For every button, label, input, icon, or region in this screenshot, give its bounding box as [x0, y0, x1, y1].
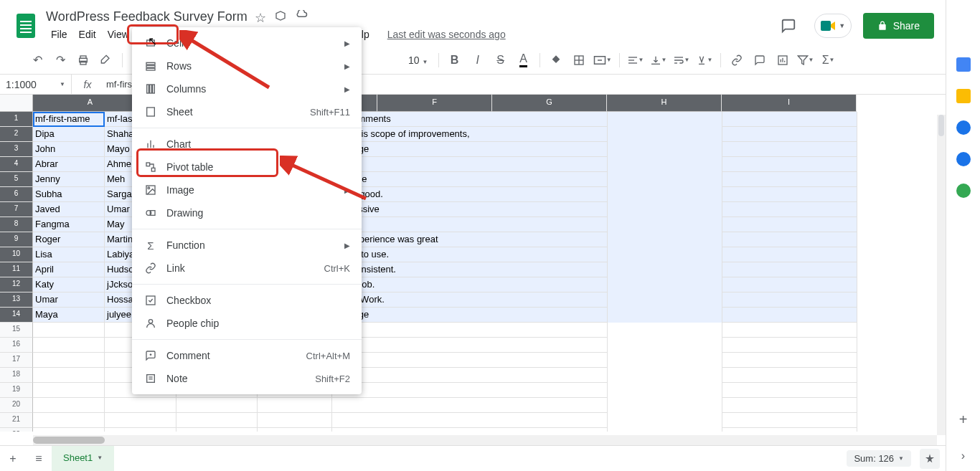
- cell[interactable]: [722, 338, 857, 353]
- row-header[interactable]: 12: [0, 277, 33, 292]
- cell[interactable]: [33, 353, 105, 368]
- cell[interactable]: [332, 398, 608, 413]
- row-header[interactable]: 7: [0, 202, 33, 217]
- share-button[interactable]: Share: [863, 13, 934, 39]
- cell[interactable]: Lisa: [33, 247, 105, 262]
- keep-icon[interactable]: [956, 89, 971, 103]
- cell[interactable]: [722, 353, 857, 368]
- col-header[interactable]: A: [33, 95, 148, 112]
- add-addon-icon[interactable]: +: [959, 411, 968, 428]
- row-header[interactable]: 10: [0, 247, 33, 262]
- horizontal-scrollbar[interactable]: [33, 435, 937, 445]
- row-header[interactable]: 2: [0, 127, 33, 142]
- cell[interactable]: [722, 127, 857, 142]
- cell[interactable]: mf-comments: [332, 112, 608, 127]
- app-logo[interactable]: [11, 11, 40, 40]
- cell[interactable]: [722, 172, 857, 187]
- cell[interactable]: mf-first-name: [33, 112, 105, 127]
- cell[interactable]: [332, 413, 608, 428]
- insert-chart-icon[interactable]: [773, 50, 793, 70]
- vertical-scrollbar[interactable]: [937, 115, 946, 435]
- cell[interactable]: Maya: [33, 308, 105, 323]
- row-header[interactable]: 4: [0, 157, 33, 172]
- menu-item-rows[interactable]: Rows▶: [132, 54, 362, 77]
- cell[interactable]: [722, 368, 857, 383]
- col-header[interactable]: F: [377, 95, 492, 112]
- cell[interactable]: Roger: [33, 232, 105, 247]
- menu-item-people-chip[interactable]: People chip: [132, 312, 362, 335]
- sheet-tab[interactable]: Sheet1▼: [52, 446, 114, 472]
- row-header[interactable]: 20: [0, 398, 33, 413]
- cell[interactable]: [722, 232, 857, 247]
- menu-item-sheet[interactable]: SheetShift+F11: [132, 100, 362, 123]
- cell[interactable]: Jenny: [33, 172, 105, 187]
- cell[interactable]: [33, 383, 105, 398]
- col-header[interactable]: H: [607, 95, 722, 112]
- cell[interactable]: [722, 187, 857, 202]
- maps-icon[interactable]: [956, 184, 971, 198]
- cell[interactable]: [722, 217, 857, 232]
- cell[interactable]: Impressive: [332, 202, 608, 217]
- horizontal-align-icon[interactable]: ▼: [626, 50, 646, 70]
- cell[interactable]: There is scope of improvements,: [332, 127, 608, 142]
- row-header[interactable]: 6: [0, 187, 33, 202]
- cell[interactable]: [258, 413, 332, 428]
- cell[interactable]: Good: [332, 157, 608, 172]
- cell[interactable]: [332, 368, 608, 383]
- cell[interactable]: [722, 247, 857, 262]
- cloud-status-icon[interactable]: [295, 10, 308, 23]
- cell[interactable]: [33, 338, 105, 353]
- cell[interactable]: [332, 323, 608, 338]
- cell[interactable]: [722, 262, 857, 277]
- name-box[interactable]: 1:1000▼: [0, 75, 72, 94]
- cell[interactable]: [33, 428, 105, 432]
- cell[interactable]: [722, 112, 857, 127]
- cell[interactable]: [722, 292, 857, 308]
- menu-item-drawing[interactable]: Drawing: [132, 201, 362, 224]
- vertical-align-icon[interactable]: ▼: [649, 50, 669, 70]
- row-header[interactable]: 16: [0, 338, 33, 353]
- cell[interactable]: [722, 383, 857, 398]
- cell[interactable]: [722, 398, 857, 413]
- cell[interactable]: [33, 323, 105, 338]
- cell[interactable]: [332, 353, 608, 368]
- cell[interactable]: April: [33, 262, 105, 277]
- menu-item-function[interactable]: ΣFunction▶: [132, 234, 362, 257]
- cell[interactable]: [258, 428, 332, 432]
- col-header[interactable]: I: [722, 95, 857, 112]
- row-header[interactable]: 13: [0, 292, 33, 308]
- cell[interactable]: It's ok to use.: [332, 247, 608, 262]
- cell[interactable]: Average: [332, 308, 608, 323]
- cell[interactable]: Fangma: [33, 217, 105, 232]
- insert-link-icon[interactable]: [727, 50, 747, 70]
- cell[interactable]: Umar: [33, 292, 105, 308]
- row-header[interactable]: 3: [0, 142, 33, 157]
- redo-icon[interactable]: ↷: [50, 50, 70, 70]
- row-header[interactable]: 8: [0, 217, 33, 232]
- cell[interactable]: [722, 202, 857, 217]
- bold-icon[interactable]: B: [445, 50, 465, 70]
- meet-button[interactable]: ▼: [814, 14, 852, 38]
- row-header[interactable]: 1: [0, 112, 33, 127]
- text-wrap-icon[interactable]: ▼: [672, 50, 692, 70]
- cell[interactable]: [722, 157, 857, 172]
- cell[interactable]: Horrible: [332, 172, 608, 187]
- filter-icon[interactable]: ▼: [796, 50, 816, 70]
- menu-item-checkbox[interactable]: Checkbox: [132, 289, 362, 312]
- row-header[interactable]: 19: [0, 383, 33, 398]
- all-sheets-button[interactable]: ≡: [26, 446, 52, 472]
- cell[interactable]: [722, 142, 857, 157]
- cell[interactable]: Average: [332, 142, 608, 157]
- cell[interactable]: Javed: [33, 202, 105, 217]
- menu-item-note[interactable]: NoteShift+F2: [132, 367, 362, 390]
- cell[interactable]: [722, 308, 857, 323]
- print-icon[interactable]: [73, 50, 93, 70]
- text-rotation-icon[interactable]: ▼: [694, 50, 715, 70]
- menu-view[interactable]: View: [103, 26, 134, 43]
- cell[interactable]: [33, 368, 105, 383]
- cell[interactable]: [105, 398, 176, 413]
- menu-item-cells[interactable]: Cells▶: [132, 32, 362, 54]
- row-header[interactable]: 14: [0, 308, 33, 323]
- cell[interactable]: [176, 428, 258, 432]
- row-header[interactable]: 11: [0, 262, 33, 277]
